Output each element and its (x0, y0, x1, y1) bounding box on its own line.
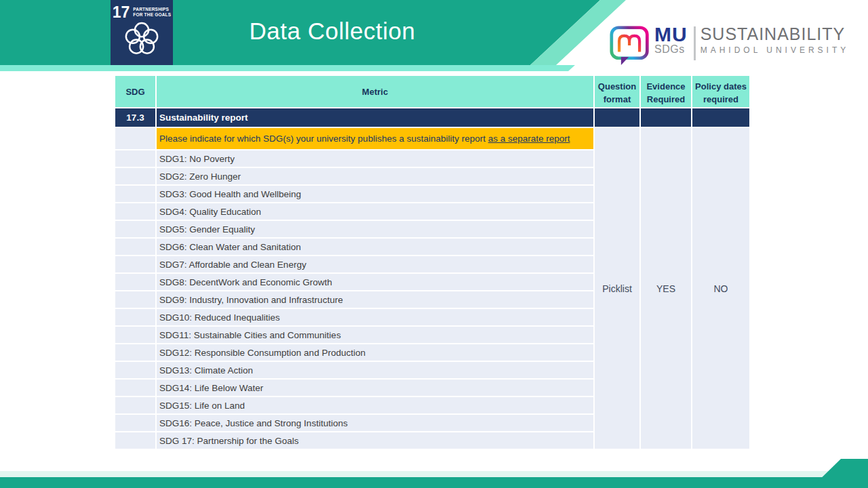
sdg17-wheel-icon (111, 21, 173, 59)
table-row-sdg-cell (115, 309, 157, 327)
column-header-metric: Metric (157, 76, 595, 108)
footer-green-band (0, 477, 868, 488)
table-row-sdg-cell (115, 362, 157, 380)
column-header-evidence-required: Evidence Required (641, 76, 692, 108)
column-header-policy-dates: Policy dates required (692, 76, 751, 108)
table-row-metric: SDG11: Sustainable Cities and Communitie… (157, 327, 595, 344)
logo-mu-text: MU (654, 25, 688, 43)
sdg17-badge-number: 17 (113, 5, 130, 20)
column-header-policy-dates-line1: Policy dates (695, 80, 747, 93)
sdg17-badge-label: PARTNERSHIPS FOR THE GOALS (133, 5, 171, 18)
table-row-metric: SDG3: Good Health and Wellbeing (157, 186, 595, 203)
table-row-metric: SDG4: Quality Education (157, 203, 595, 221)
table-row-sdg-cell (115, 291, 157, 309)
section-title: Sustainability report (157, 108, 595, 128)
column-header-evidence-required-line1: Evidence (646, 80, 685, 93)
table-row-sdg-cell (115, 397, 157, 415)
header-mint-bar (0, 65, 575, 71)
table-row-metric: SDG14: Life Below Water (157, 380, 595, 397)
section-code: 17.3 (115, 108, 157, 128)
table-row-metric: SDG12: Responsible Consumption and Produ… (157, 344, 595, 362)
table-row-metric: SDG16: Peace, Justice and Strong Institu… (157, 415, 595, 432)
slide: Data Collection 17 PARTNERSHIPS FOR THE … (0, 0, 868, 488)
table-row-metric: SDG7: Affordable and Clean Energy (157, 256, 595, 274)
table-row-sdg-cell (115, 239, 157, 256)
table-row-sdg-cell (115, 415, 157, 432)
table-row-sdg-cell (115, 274, 157, 291)
section-row-filler (641, 108, 692, 128)
section-row-filler (595, 108, 641, 128)
table-row-metric: SDG10: Reduced Inequalities (157, 309, 595, 327)
table-row-metric: SDG8: DecentWork and Economic Growth (157, 274, 595, 291)
mu-sustainability-logo: MU SDGs SUSTAINABILITY MAHIDOL UNIVERSIT… (608, 25, 849, 68)
answer-question-format: Picklist (595, 128, 641, 450)
sdg17-badge-label-line1: PARTNERSHIPS (133, 7, 169, 12)
table-row-metric: SDG15: Life on Land (157, 397, 595, 415)
sdg17-badge-label-line2: FOR THE GOALS (133, 12, 171, 17)
logo-university-text: MAHIDOL UNIVERSITY (701, 45, 850, 55)
table-row-metric: SDG6: Clean Water and Sanitation (157, 239, 595, 256)
footer-pale-band (0, 471, 868, 477)
logo-sustainability-text: SUSTAINABILITY (701, 25, 850, 43)
table-row-sdg-cell (115, 168, 157, 186)
column-header-evidence-required-line2: Required (647, 93, 685, 106)
prompt-row-sdg-cell (115, 128, 157, 150)
column-header-question-format-line1: Question (598, 80, 636, 93)
page-title: Data Collection (203, 16, 461, 46)
column-header-policy-dates-line2: required (703, 93, 738, 106)
prompt-text: Please indicate for which SDG(s) your un… (157, 128, 595, 150)
table-row-metric: SDG1: No Poverty (157, 150, 595, 168)
answer-policy-dates-required: NO (692, 128, 751, 450)
answer-evidence-required: YES (641, 128, 692, 450)
table-row-sdg-cell (115, 344, 157, 362)
table-row-sdg-cell (115, 256, 157, 274)
table-row-sdg-cell (115, 432, 157, 450)
column-header-question-format-line2: format (604, 93, 631, 106)
logo-divider (694, 26, 696, 60)
table-row-metric: SDG5: Gender Equality (157, 221, 595, 239)
table-row-metric: SDG2: Zero Hunger (157, 168, 595, 186)
section-row-filler (692, 108, 751, 128)
logo-sdgs-text: SDGs (654, 43, 685, 56)
sdg17-badge: 17 PARTNERSHIPS FOR THE GOALS (111, 0, 173, 65)
table-row-metric: SDG 17: Partnership for the Goals (157, 432, 595, 450)
table-row-metric: SDG13: Climate Action (157, 362, 595, 380)
prompt-text-main: Please indicate for which SDG(s) your un… (159, 134, 488, 144)
metrics-table: SDG Metric Question format Evidence Requ… (115, 76, 753, 450)
table-row-metric: SDG9: Industry, Innovation and Infrastru… (157, 291, 595, 309)
column-header-sdg: SDG (115, 76, 157, 108)
table-row-sdg-cell (115, 380, 157, 397)
table-row-sdg-cell (115, 221, 157, 239)
prompt-text-underlined: as a separate report (488, 134, 570, 144)
table-row-sdg-cell (115, 186, 157, 203)
table-row-sdg-cell (115, 150, 157, 168)
column-header-question-format: Question format (595, 76, 641, 108)
table-row-sdg-cell (115, 327, 157, 344)
mu-sdgs-bubble-icon (608, 25, 652, 68)
table-row-sdg-cell (115, 203, 157, 221)
